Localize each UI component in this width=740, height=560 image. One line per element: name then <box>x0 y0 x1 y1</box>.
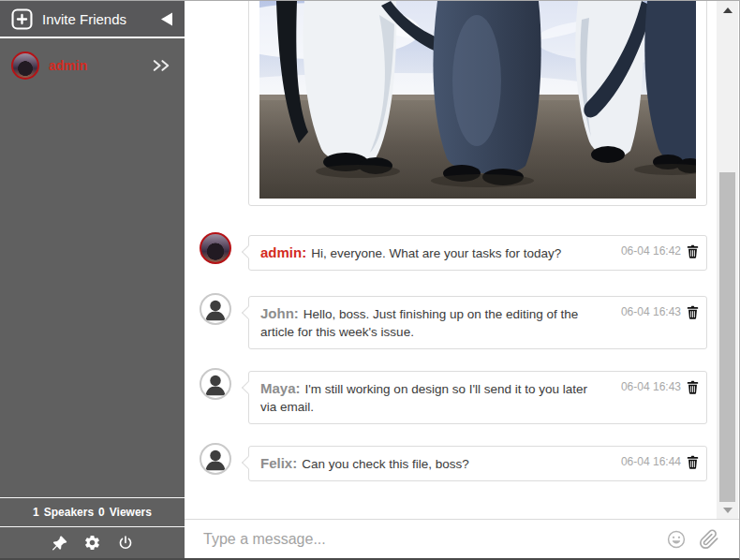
paperclip-attachment-icon[interactable] <box>699 529 719 550</box>
sidebar-user-row[interactable]: admin <box>0 38 185 80</box>
invite-friends-label: Invite Friends <box>42 11 126 27</box>
message-bubble: Maya:I'm still working on design so I'll… <box>248 371 707 424</box>
message-bubble: John:Hello, boss. Just finishing up on t… <box>248 296 707 349</box>
message-bubble: admin:Hi, everyone. What are your tasks … <box>248 235 707 271</box>
emoji-smiley-icon[interactable] <box>666 529 687 550</box>
invite-plus-icon <box>11 8 33 30</box>
message-row: Felix:Can you check this file, boss? 06-… <box>185 446 709 481</box>
scrollbar-thumb[interactable] <box>719 172 735 502</box>
trash-icon[interactable] <box>687 455 699 469</box>
message-text: Hello, boss. Just finishing up on the ed… <box>260 307 578 339</box>
message-row: admin:Hi, everyone. What are your tasks … <box>185 235 709 271</box>
power-icon[interactable] <box>117 535 134 552</box>
person-avatar-icon <box>200 293 231 325</box>
collapse-sidebar-icon[interactable] <box>160 11 173 27</box>
bubble-tail <box>242 306 255 319</box>
message-text: Hi, everyone. What are your tasks for to… <box>311 246 561 260</box>
trash-icon[interactable] <box>687 244 699 258</box>
message-author: admin: <box>260 244 306 260</box>
participants-status: 1 Speakers 0 Viewers <box>0 497 185 526</box>
message-composer <box>185 519 739 558</box>
admin-avatar <box>11 52 39 80</box>
trash-icon[interactable] <box>687 380 699 394</box>
photo-message-bubble <box>248 1 707 206</box>
message-bubble: Felix:Can you check this file, boss? 06-… <box>248 446 707 481</box>
message-list: admin:Hi, everyone. What are your tasks … <box>185 1 739 519</box>
message-author: Maya: <box>260 380 301 396</box>
sidebar: Invite Friends admin 1 Speakers 0 Viewer… <box>0 1 185 558</box>
message-row: Maya:I'm still working on design so I'll… <box>185 371 709 424</box>
bubble-tail <box>242 456 255 469</box>
message-row: John:Hello, boss. Just finishing up on t… <box>185 296 709 349</box>
message-author: Felix: <box>260 455 297 471</box>
viewers-count: 0 <box>98 506 105 519</box>
sidebar-username: admin <box>49 58 87 73</box>
sidebar-spacer <box>0 80 185 497</box>
speakers-count: 1 <box>33 506 39 519</box>
pin-icon[interactable] <box>51 535 67 552</box>
trash-icon[interactable] <box>687 305 699 319</box>
message-text: Can you check this file, boss? <box>302 457 469 471</box>
message-input[interactable] <box>203 531 666 548</box>
chat-app-window: Invite Friends admin 1 Speakers 0 Viewer… <box>0 0 740 560</box>
sidebar-actions <box>0 526 185 558</box>
person-avatar-icon <box>200 443 231 475</box>
double-chevron-right-icon[interactable] <box>152 59 171 72</box>
message-author: John: <box>260 305 299 321</box>
scroll-up-arrow[interactable] <box>723 7 733 13</box>
message-timestamp: 06-04 16:43 <box>621 303 681 321</box>
settings-gear-icon[interactable] <box>83 534 101 552</box>
person-avatar-icon <box>200 368 231 400</box>
chat-panel: admin:Hi, everyone. What are your tasks … <box>185 1 739 558</box>
message-timestamp: 06-04 16:43 <box>621 378 681 396</box>
admin-avatar <box>200 232 231 264</box>
penguins-photo <box>259 1 696 199</box>
message-timestamp: 06-04 16:42 <box>621 243 681 260</box>
message-text: I'm still working on design so I'll send… <box>260 382 587 414</box>
invite-friends-button[interactable]: Invite Friends <box>0 1 185 38</box>
bubble-tail <box>242 245 255 258</box>
bubble-tail <box>242 381 255 394</box>
message-timestamp: 06-04 16:44 <box>621 453 681 471</box>
viewers-label: Viewers <box>110 506 152 519</box>
speakers-label: Speakers <box>44 506 94 519</box>
chat-scrollbar[interactable] <box>717 1 738 519</box>
scroll-down-arrow[interactable] <box>723 508 733 513</box>
